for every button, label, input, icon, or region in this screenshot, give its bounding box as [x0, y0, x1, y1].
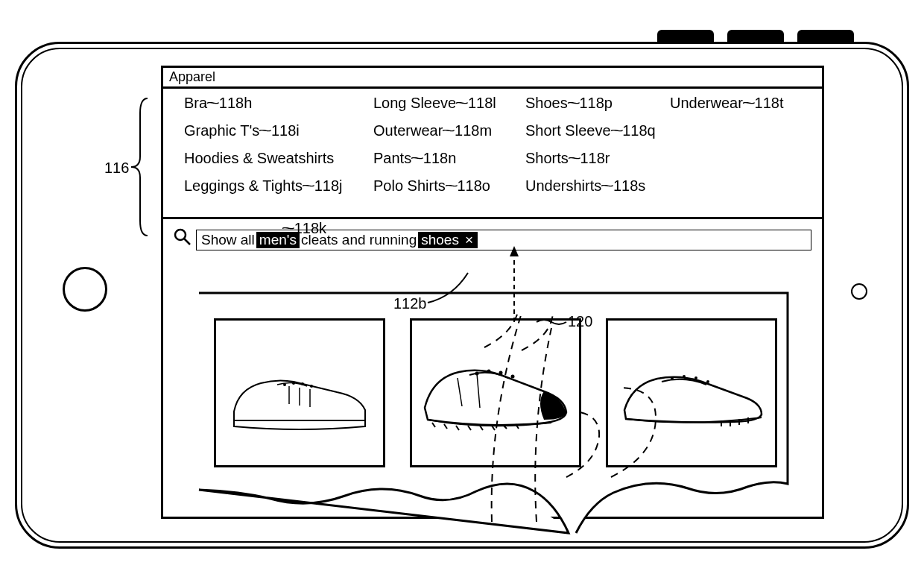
svg-point-12: [694, 376, 697, 379]
category-short-sleeve[interactable]: Short Sleeve~118q: [525, 122, 667, 139]
svg-point-7: [487, 370, 491, 373]
screen: Apparel Bra~118h Long Sleeve~118l Shoes~…: [161, 66, 824, 519]
search-icon[interactable]: [174, 228, 192, 251]
search-chip-shoes[interactable]: shoes: [418, 232, 462, 248]
close-icon[interactable]: ×: [462, 232, 478, 248]
category-label: Pants: [373, 150, 411, 166]
ref-label: 118t: [755, 95, 784, 111]
svg-point-8: [499, 371, 503, 375]
svg-line-1: [184, 239, 190, 245]
category-label: Hoodies & Sweatshirts: [184, 150, 334, 166]
ref-label: 118h: [219, 95, 253, 111]
ref-label: 118p: [579, 95, 613, 111]
category-outerwear[interactable]: Outerwear~118m: [373, 122, 522, 139]
category-panel: Bra~118h Long Sleeve~118l Shoes~118p Und…: [163, 89, 822, 219]
category-undershirts[interactable]: Undershirts~118s: [525, 177, 667, 195]
category-hoodies[interactable]: Hoodies & Sweatshirts: [184, 150, 370, 167]
category-leggings[interactable]: Leggings & Tights~118j: [184, 177, 370, 195]
callout-112b: 112b: [393, 295, 427, 312]
callout-116: 116: [104, 160, 129, 177]
category-label: Undershirts: [525, 177, 601, 194]
panel-header: Apparel: [163, 68, 822, 89]
category-label: Shorts: [525, 150, 569, 166]
ref-label: 118s: [613, 177, 645, 194]
home-button[interactable]: [63, 267, 107, 312]
category-graphic-ts[interactable]: Graphic T's~118i: [184, 122, 370, 139]
callout-120: 120: [568, 313, 592, 330]
category-pants[interactable]: Pants~118n: [373, 150, 522, 167]
front-camera: [851, 283, 867, 300]
search-row: Show all men's cleats and running shoes …: [174, 228, 811, 251]
category-label: Polo Shirts: [373, 177, 446, 194]
ref-label: 118m: [455, 122, 492, 139]
ref-label: 118q: [622, 122, 656, 139]
ref-label-118k: ~118k: [282, 220, 326, 237]
search-text: Show all: [201, 232, 255, 248]
category-shoes[interactable]: Shoes~118p: [525, 95, 667, 112]
svg-point-13: [706, 380, 709, 383]
category-shorts[interactable]: Shorts~118r: [525, 150, 667, 167]
ref-label: 118r: [580, 150, 610, 166]
result-card-3[interactable]: [606, 318, 777, 467]
ref-label: 118j: [314, 177, 343, 194]
results-tray: [196, 290, 791, 536]
running-shoe-icon: [417, 348, 574, 438]
svg-point-9: [511, 375, 515, 379]
category-label: Short Sleeve: [525, 122, 611, 139]
category-label: Underwear: [670, 95, 743, 111]
category-long-sleeve[interactable]: Long Sleeve~118l: [373, 95, 522, 112]
ref-label: 118n: [423, 150, 457, 166]
result-card-2[interactable]: [410, 318, 581, 467]
svg-point-5: [310, 385, 313, 388]
svg-point-10: [671, 377, 674, 380]
ref-label: 118i: [271, 122, 300, 139]
track-shoe-icon: [617, 352, 766, 434]
svg-point-2: [283, 383, 286, 386]
svg-point-11: [683, 375, 686, 378]
category-label: Outerwear: [373, 122, 443, 139]
svg-point-4: [301, 382, 304, 385]
svg-point-3: [292, 382, 295, 385]
category-bra[interactable]: Bra~118h: [184, 95, 370, 112]
category-label: Bra: [184, 95, 207, 111]
ref-label: 118o: [457, 177, 490, 194]
sneaker-icon: [225, 352, 374, 434]
category-label: Long Sleeve: [373, 95, 456, 111]
result-card-1[interactable]: [214, 318, 385, 467]
category-polo-shirts[interactable]: Polo Shirts~118o: [373, 177, 522, 195]
category-label: Graphic T's: [184, 122, 259, 139]
svg-point-0: [175, 230, 186, 240]
category-label: Shoes: [525, 95, 568, 111]
ref-label: 118l: [468, 95, 496, 111]
category-label: Leggings & Tights: [184, 177, 303, 194]
category-underwear[interactable]: Underwear~118t: [670, 95, 819, 112]
panel-title: Apparel: [169, 69, 215, 84]
